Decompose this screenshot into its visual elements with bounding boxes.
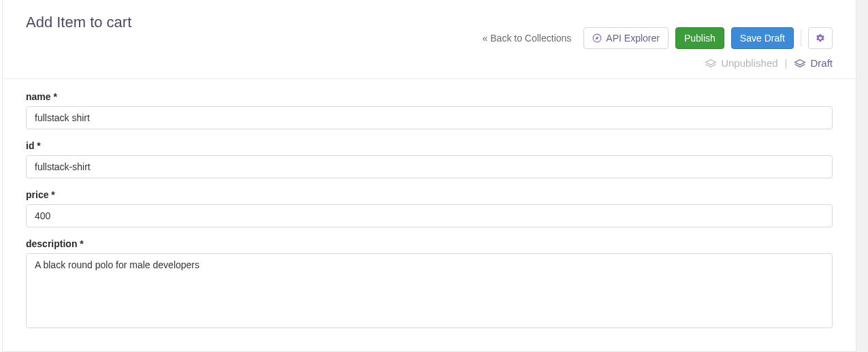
- layers-icon: [794, 59, 806, 68]
- back-to-collections-link[interactable]: « Back to Collections: [477, 29, 577, 48]
- action-bar: « Back to Collections API Explorer Publi…: [26, 27, 833, 49]
- description-label: description *: [26, 238, 833, 249]
- id-label: id *: [26, 140, 833, 151]
- gear-icon: [816, 33, 825, 43]
- publish-label: Publish: [684, 33, 716, 44]
- status-unpublished-label: Unpublished: [721, 57, 777, 69]
- settings-button[interactable]: [808, 27, 833, 49]
- status-separator: |: [785, 57, 788, 69]
- layers-icon: [705, 59, 717, 68]
- status-unpublished: Unpublished: [705, 57, 777, 69]
- save-draft-button[interactable]: Save Draft: [731, 27, 794, 49]
- id-input[interactable]: [26, 155, 833, 178]
- status-draft: Draft: [794, 57, 833, 69]
- publish-button[interactable]: Publish: [675, 27, 724, 49]
- api-explorer-label: API Explorer: [606, 33, 660, 44]
- svg-marker-2: [706, 59, 716, 65]
- status-row: Unpublished | Draft: [26, 57, 833, 78]
- form: name * id * price * description *: [3, 79, 856, 328]
- svg-marker-3: [795, 59, 805, 65]
- description-textarea[interactable]: [26, 253, 833, 328]
- svg-marker-1: [596, 37, 599, 40]
- compass-icon: [592, 33, 602, 43]
- name-label: name *: [26, 91, 833, 102]
- price-input[interactable]: [26, 204, 833, 227]
- main-panel: Add Item to cart « Back to Collections A…: [2, 0, 856, 352]
- scrollbar-track[interactable]: [856, 0, 868, 352]
- toolbar-divider: [801, 30, 801, 46]
- name-input[interactable]: [26, 106, 833, 129]
- save-draft-label: Save Draft: [740, 33, 785, 44]
- api-explorer-button[interactable]: API Explorer: [583, 27, 669, 49]
- status-draft-label: Draft: [810, 57, 833, 69]
- price-label: price *: [26, 189, 833, 200]
